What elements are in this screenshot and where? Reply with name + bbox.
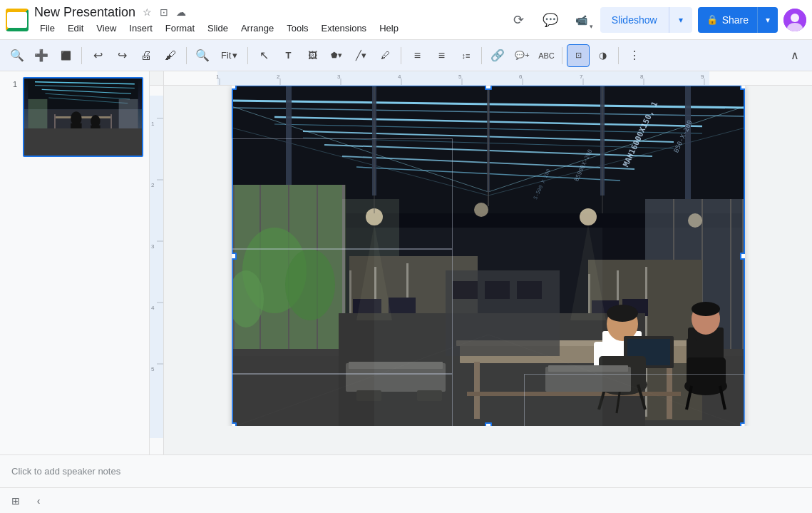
bottom-bar: ⊞ ‹: [0, 487, 812, 513]
menu-insert[interactable]: Insert: [123, 21, 158, 35]
header-actions: ⟳ 💬 📹▾ Slideshow ▾ 🔒 Share ▾: [506, 7, 806, 33]
separator-3: [247, 47, 248, 64]
svg-point-125: [607, 305, 638, 322]
print-button[interactable]: 🖨: [135, 44, 158, 67]
share-button[interactable]: 🔒 Share ▾: [698, 7, 778, 33]
speaker-notes[interactable]: Click to add speaker notes: [0, 454, 812, 487]
paint-format-button[interactable]: 🖌: [159, 44, 182, 67]
redo-button[interactable]: ↪: [111, 44, 133, 67]
title-icons: ☆ ⊡ ☁: [140, 5, 188, 19]
office-photo: MAH16000X150, 1 B50-X-200 B5900X-200 S-5…: [232, 86, 745, 426]
thumb-floor: [24, 128, 142, 156]
menu-edit[interactable]: Edit: [62, 21, 89, 35]
comment-button[interactable]: 💬: [538, 7, 563, 33]
share-dropdown-arrow[interactable]: ▾: [758, 7, 778, 33]
image-button[interactable]: 🖼: [301, 44, 324, 67]
crop-button[interactable]: ⊡: [567, 44, 590, 67]
camera-button[interactable]: 📹▾: [569, 7, 595, 33]
thumb-office-bg: [24, 78, 142, 156]
slideshow-button[interactable]: Slideshow ▾: [600, 7, 692, 33]
svg-rect-157: [485, 281, 510, 299]
svg-rect-156: [453, 281, 478, 299]
cloud-icon[interactable]: ☁: [174, 5, 188, 19]
slideshow-arrow[interactable]: ▾: [669, 7, 692, 33]
undo-button[interactable]: ↩: [86, 44, 109, 67]
menu-format[interactable]: Format: [160, 21, 200, 35]
separator-2: [186, 47, 187, 64]
star-icon[interactable]: ☆: [140, 5, 154, 19]
share-label[interactable]: 🔒 Share: [698, 7, 758, 33]
ruler-vertical: 1 2 3 4 5: [150, 86, 164, 454]
menu-arrange[interactable]: Arrange: [235, 21, 279, 35]
menu-bar: File Edit View Insert Format Slide Arran…: [34, 21, 500, 35]
separator-6: [562, 47, 562, 64]
slide-thumb-container: 1: [6, 77, 143, 157]
menu-slide[interactable]: Slide: [202, 21, 234, 35]
link-button[interactable]: 🔗: [486, 44, 509, 67]
menu-extensions[interactable]: Extensions: [316, 21, 373, 35]
slide-thumbnail[interactable]: [23, 77, 143, 157]
menu-tools[interactable]: Tools: [281, 21, 314, 35]
title-row: New Presentation ☆ ⊡ ☁: [34, 5, 500, 20]
align-left-button[interactable]: ≡: [406, 44, 428, 67]
line-button[interactable]: ╱▾: [349, 44, 372, 67]
svg-rect-158: [517, 281, 542, 299]
svg-point-131: [692, 302, 720, 316]
text-button[interactable]: T: [277, 44, 299, 67]
svg-rect-12: [56, 116, 111, 118]
align-center-button[interactable]: ≡: [430, 44, 453, 67]
svg-point-150: [580, 208, 597, 225]
bottom-left: ⊞ ‹: [6, 491, 48, 511]
ruler-horizontal: 1 2 3 4 5 6 7 8 9: [164, 71, 812, 86]
svg-rect-139: [687, 357, 726, 387]
svg-rect-41: [217, 71, 709, 86]
slide-canvas: MAH16000X150, 1 B50-X-200 B5900X-200 S-5…: [164, 86, 812, 426]
grid-view-button[interactable]: ⊞: [6, 491, 26, 511]
recolor-button[interactable]: ◑: [591, 44, 614, 67]
collapse-toolbar-button[interactable]: ∧: [783, 44, 806, 67]
menu-view[interactable]: View: [91, 21, 122, 35]
zoom-value: Fit: [221, 50, 231, 61]
title-bar: New Presentation ☆ ⊡ ☁ File Edit View In…: [0, 0, 812, 40]
menu-help[interactable]: Help: [374, 21, 404, 35]
history-button[interactable]: ⟳: [506, 7, 532, 33]
app-icon: [6, 9, 29, 31]
zoom-out-button[interactable]: 🔍: [191, 44, 214, 67]
user-avatar[interactable]: [783, 9, 806, 31]
zoom-in-button[interactable]: ➕: [30, 44, 53, 67]
zoom-select[interactable]: Fit ▾: [215, 49, 243, 62]
svg-rect-53: [150, 96, 164, 438]
shape-button[interactable]: ⬟▾: [325, 44, 348, 67]
toolbar: 🔍 ➕ ⬛ ↩ ↪ 🖨 🖌 🔍 Fit ▾ ↖ T 🖼 ⬟▾ ╱▾ 🖊 ≡ ≡ …: [0, 40, 812, 71]
spell-check-button[interactable]: ABC: [535, 44, 557, 67]
folder-icon[interactable]: ⊡: [157, 5, 171, 19]
collapse-panel-button[interactable]: ‹: [29, 491, 48, 511]
select-button[interactable]: ↖: [252, 44, 275, 67]
separator-7: [618, 47, 619, 64]
slide-wrapper: MAH16000X150, 1 B50-X-200 B5900X-200 S-5…: [232, 86, 745, 426]
separator-4: [401, 47, 401, 64]
svg-point-149: [474, 203, 488, 217]
slide-number: 1: [6, 80, 17, 88]
slideshow-label[interactable]: Slideshow: [600, 7, 669, 33]
main-content: 1: [0, 71, 812, 454]
editor-area: 1 2 3 4 5 6 7 8 9: [150, 71, 812, 454]
more-options-button[interactable]: ⋮: [623, 44, 646, 67]
svg-point-87: [285, 249, 335, 320]
presentation-title[interactable]: New Presentation: [34, 5, 135, 20]
zoom-arrow: ▾: [232, 50, 237, 61]
comment-button[interactable]: 💬+: [510, 44, 533, 67]
separator-5: [481, 47, 482, 64]
search-button[interactable]: 🔍: [6, 44, 29, 67]
svg-rect-121: [667, 362, 672, 419]
separator-1: [81, 47, 82, 64]
menu-file[interactable]: File: [34, 21, 61, 35]
speaker-notes-placeholder[interactable]: Click to add speaker notes: [11, 466, 120, 477]
svg-point-1: [791, 14, 799, 22]
svg-point-151: [688, 213, 702, 228]
slides-panel: 1: [0, 71, 150, 454]
textbox-button[interactable]: ⬛: [54, 44, 77, 67]
color-button[interactable]: 🖊: [374, 44, 396, 67]
line-spacing-button[interactable]: ↕≡: [454, 44, 477, 67]
ruler-corner: [150, 71, 164, 86]
